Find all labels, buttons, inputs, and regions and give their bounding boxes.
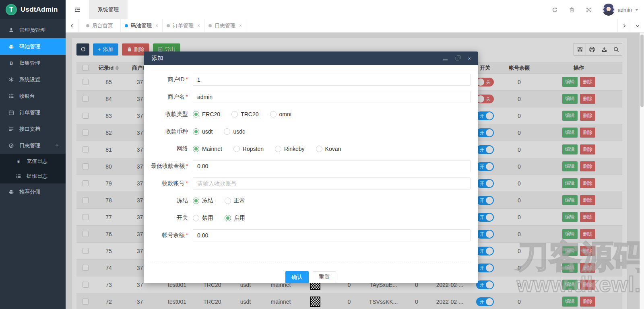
radio-dot-icon: [193, 198, 199, 204]
refresh-icon[interactable]: [552, 7, 558, 13]
radio-label: Ropsten: [243, 146, 264, 152]
svg-text:B: B: [9, 60, 12, 65]
sidebar-item-推荐分佣[interactable]: 推荐分佣: [0, 183, 66, 200]
fullscreen-icon[interactable]: [586, 7, 592, 13]
radio-dot-icon: [233, 146, 240, 152]
radio-option-ERC20[interactable]: ERC20: [193, 111, 220, 117]
radio-option-Kovan[interactable]: Kovan: [316, 146, 341, 152]
tab-日志管理[interactable]: 日志管理×: [204, 19, 246, 32]
reset-button[interactable]: 重置: [313, 271, 336, 283]
radio-label: Rinkeby: [284, 146, 305, 152]
sidebar-item-系统设置[interactable]: 系统设置: [0, 71, 66, 88]
maximize-icon[interactable]: [454, 56, 460, 61]
radio-dot-icon: [270, 111, 277, 117]
avatar[interactable]: [603, 4, 615, 16]
sidebar-item-归集管理[interactable]: B归集管理: [0, 55, 66, 71]
radio-option-Rinkeby[interactable]: Rinkeby: [275, 146, 305, 152]
radio-option-禁用[interactable]: 禁用: [193, 214, 213, 222]
topbar-right: admin: [552, 0, 638, 19]
modal-footer: 确认 重置: [150, 262, 471, 283]
minimize-icon[interactable]: [442, 56, 448, 61]
tab-码池管理[interactable]: 码池管理×: [121, 19, 163, 32]
radio-label: usdc: [233, 128, 245, 135]
field-input-收款账号[interactable]: [193, 177, 471, 190]
topnav-tab-system[interactable]: 系统管理: [89, 0, 128, 19]
form-field-收款账号: 收款账号*: [151, 175, 471, 192]
modal-header: 添加 ×: [144, 52, 478, 65]
close-icon[interactable]: ×: [466, 56, 472, 61]
field-input-商户ID[interactable]: [193, 74, 471, 86]
app-title: UsdtAdmin: [21, 6, 58, 14]
tab-label: 日志管理: [215, 22, 235, 29]
tab-dot-icon: [86, 24, 89, 27]
sidebar-item-日志管理[interactable]: 日志管理: [0, 137, 66, 154]
field-label: 商户名*: [151, 93, 193, 101]
form-field-开关: 开关禁用启用: [151, 209, 471, 227]
field-label: 网络: [151, 145, 193, 152]
radio-option-冻结[interactable]: 冻结: [193, 197, 213, 204]
sidebar-item-label: 推荐分佣: [19, 188, 40, 196]
settings-icon: [8, 77, 14, 82]
modal-form: 商户ID*商户名*收款类型ERC20TRC20omni收款币种usdtusdc网…: [144, 65, 478, 256]
confirm-button[interactable]: 确认: [285, 271, 309, 283]
sidebar-item-码池管理[interactable]: 码池管理: [0, 38, 66, 55]
clear-cache-icon[interactable]: [569, 7, 575, 13]
radio-label: 禁用: [202, 214, 213, 222]
vertical-scrollbar[interactable]: [640, 33, 644, 309]
radio-option-Ropsten[interactable]: Ropsten: [233, 146, 264, 152]
radio-group-收款币种: usdtusdc: [193, 128, 245, 135]
tabs-scroll-left-icon[interactable]: [66, 19, 79, 32]
topbar: 系统管理 admin: [66, 0, 644, 19]
required-asterisk: *: [186, 93, 188, 100]
form-field-网络: 网络MainnetRopstenRinkebyKovan: [151, 140, 471, 157]
radio-option-TRC20[interactable]: TRC20: [231, 111, 258, 117]
radio-label: Kovan: [325, 146, 341, 152]
yen-icon: ¥: [15, 159, 21, 164]
radio-option-正常[interactable]: 正常: [225, 197, 245, 204]
tab-close-icon[interactable]: ×: [155, 23, 158, 29]
field-label: 开关: [151, 214, 193, 222]
sidebar-subitem-提现日志[interactable]: 提现日志: [0, 169, 66, 183]
tab-label: 后台首页: [92, 22, 113, 29]
sidebar-subitem-label: 提现日志: [27, 173, 47, 180]
list-icon: [15, 173, 21, 179]
sidebar-item-收银台[interactable]: 收银台: [0, 88, 66, 104]
tab-close-icon[interactable]: ×: [197, 23, 200, 29]
field-input-商户名[interactable]: [193, 91, 471, 103]
order-icon: [8, 110, 14, 115]
app-root: T UsdtAdmin 管理员管理码池管理B归集管理系统设置收银台订单管理接口文…: [0, 0, 644, 309]
radio-dot-icon: [316, 146, 322, 152]
field-input-帐号余额[interactable]: [193, 229, 471, 241]
svg-text:¥: ¥: [17, 159, 20, 163]
sidebar-item-label: 订单管理: [19, 109, 40, 116]
sidebar-item-label: 管理员管理: [19, 27, 45, 34]
window-controls: ×: [442, 56, 472, 61]
tab-后台首页[interactable]: 后台首页: [79, 19, 121, 32]
form-field-收款类型: 收款类型ERC20TRC20omni: [151, 105, 471, 123]
sidebar-item-接口文档[interactable]: 接口文档: [0, 121, 66, 137]
tabbar: 后台首页码池管理×订单管理×日志管理×: [66, 19, 644, 33]
radio-option-usdc[interactable]: usdc: [224, 128, 245, 135]
field-label: 帐号余额*: [151, 232, 193, 239]
sidebar-subitem-充值日志[interactable]: ¥充值日志: [0, 154, 66, 169]
scrollbar-thumb[interactable]: [640, 35, 644, 107]
tabs-scroll-right-icon[interactable]: [617, 19, 631, 32]
collapse-menu-icon[interactable]: [66, 0, 89, 19]
field-input-最低收款金额[interactable]: [193, 160, 471, 172]
field-label: 收款币种: [151, 128, 193, 135]
sidebar-item-订单管理[interactable]: 订单管理: [0, 104, 66, 121]
radio-option-Mainnet[interactable]: Mainnet: [193, 146, 222, 152]
tab-close-icon[interactable]: ×: [239, 23, 242, 29]
radio-option-omni[interactable]: omni: [270, 111, 291, 117]
sidebar-item-管理员管理[interactable]: 管理员管理: [0, 22, 66, 38]
radio-option-usdt[interactable]: usdt: [193, 128, 213, 135]
required-asterisk: *: [186, 163, 188, 169]
radio-label: 冻结: [202, 197, 213, 204]
tabs-more-icon[interactable]: [631, 19, 644, 32]
radio-label: 正常: [234, 197, 245, 204]
radio-option-启用[interactable]: 启用: [225, 214, 245, 222]
user-menu[interactable]: admin: [603, 4, 638, 16]
tab-dot-icon: [167, 24, 170, 27]
tab-订单管理[interactable]: 订单管理×: [163, 19, 204, 32]
radio-dot-icon: [224, 128, 230, 135]
